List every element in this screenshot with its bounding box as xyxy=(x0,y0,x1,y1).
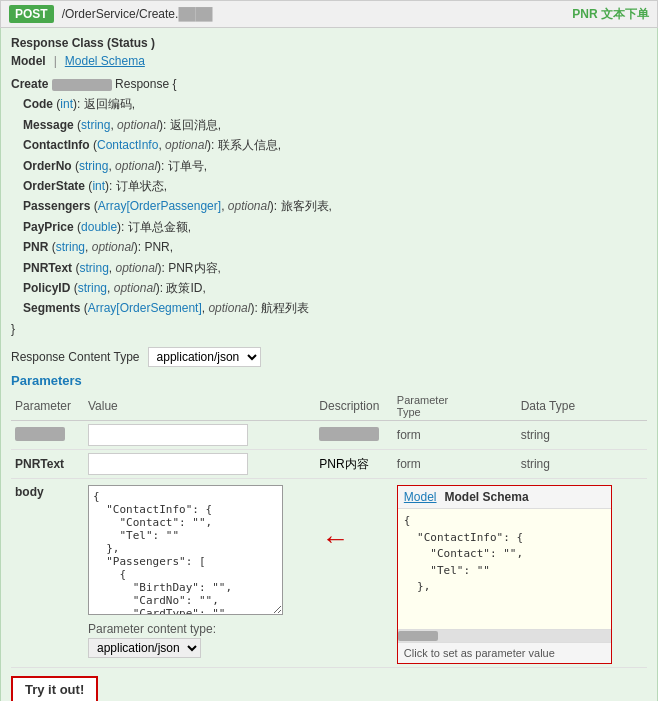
content-type-label: Response Content Type xyxy=(11,350,140,364)
schema-scrollbar[interactable] xyxy=(398,629,611,642)
schema-header: Model Model Schema xyxy=(398,486,611,509)
try-it-button[interactable]: Try it out! xyxy=(11,676,98,701)
col-data-type: Data Type xyxy=(517,392,647,421)
parameters-table: Parameter Value Description ParameterTyp… xyxy=(11,392,647,668)
body-textarea[interactable]: { "ContactInfo": { "Contact": "", "Tel":… xyxy=(88,485,283,615)
scroll-track[interactable] xyxy=(398,630,611,642)
arrow-icon: ← xyxy=(321,525,349,553)
parameters-title: Parameters xyxy=(11,373,647,388)
param-name-pnrtext: PNRText xyxy=(11,450,84,479)
param-name-body: body xyxy=(11,479,84,668)
col-description: Description xyxy=(315,392,393,421)
model-tabs: Model | Model Schema xyxy=(11,54,647,68)
param-content-type-select[interactable]: application/json xyxy=(88,638,201,658)
api-label: PNR 文本下单 xyxy=(572,6,649,23)
param-value-input-pnrtext[interactable] xyxy=(88,453,248,475)
param-type-pnrtext: form xyxy=(393,450,517,479)
body-textarea-container: { "ContactInfo": { "Contact": "", "Tel":… xyxy=(88,485,283,658)
param-desc-pnrtext: PNR内容 xyxy=(315,450,393,479)
param-type-1: form xyxy=(393,421,517,450)
param-content-type: Parameter content type: application/json xyxy=(88,622,283,658)
data-type-pnrtext: string xyxy=(517,450,647,479)
schema-content: { "ContactInfo": { "Contact": "", "Tel":… xyxy=(398,509,611,629)
model-schema-panel[interactable]: Model Model Schema { "ContactInfo": { "C… xyxy=(397,485,612,664)
scroll-thumb xyxy=(398,631,438,641)
tab-model[interactable]: Model xyxy=(11,54,46,68)
api-header: POST /OrderService/Create.████ PNR 文本下单 xyxy=(0,0,658,28)
blurred-class xyxy=(52,79,112,91)
schema-code: { "ContactInfo": { "Contact": "", "Tel":… xyxy=(404,513,605,596)
try-it-section: Try it out! xyxy=(11,676,647,701)
http-method: POST xyxy=(9,5,54,23)
col-parameter: Parameter xyxy=(11,392,84,421)
schema-tab-model-schema[interactable]: Model Schema xyxy=(445,490,529,504)
schema-footer[interactable]: Click to set as parameter value xyxy=(398,642,611,663)
response-model: Create Response { Code (int): 返回编码, Mess… xyxy=(11,74,647,339)
response-class-section: Response Class (Status ) Model | Model S… xyxy=(11,36,647,339)
col-value: Value xyxy=(84,392,315,421)
param-value-input-1[interactable] xyxy=(88,424,248,446)
content-type-select[interactable]: application/json xyxy=(148,347,261,367)
blurred-desc xyxy=(319,427,379,441)
param-content-type-label: Parameter content type: xyxy=(88,622,283,636)
main-content: Response Class (Status ) Model | Model S… xyxy=(0,28,658,701)
data-type-1: string xyxy=(517,421,647,450)
col-param-type: ParameterType xyxy=(393,392,517,421)
table-row-body: body { "ContactInfo": { "Contact": "", "… xyxy=(11,479,647,668)
schema-tab-model[interactable]: Model xyxy=(404,490,437,504)
parameters-section: Parameters Parameter Value Description P… xyxy=(11,373,647,668)
response-class-title: Response Class (Status ) xyxy=(11,36,647,50)
content-type-row: Response Content Type application/json xyxy=(11,347,647,367)
table-row: form string xyxy=(11,421,647,450)
tab-model-schema[interactable]: Model Schema xyxy=(65,54,145,68)
table-row: PNRText PNR内容 form string xyxy=(11,450,647,479)
endpoint-path: /OrderService/Create.████ xyxy=(62,7,565,21)
body-row-inner: { "ContactInfo": { "Contact": "", "Tel":… xyxy=(88,485,311,658)
blurred-param-name xyxy=(15,427,65,441)
